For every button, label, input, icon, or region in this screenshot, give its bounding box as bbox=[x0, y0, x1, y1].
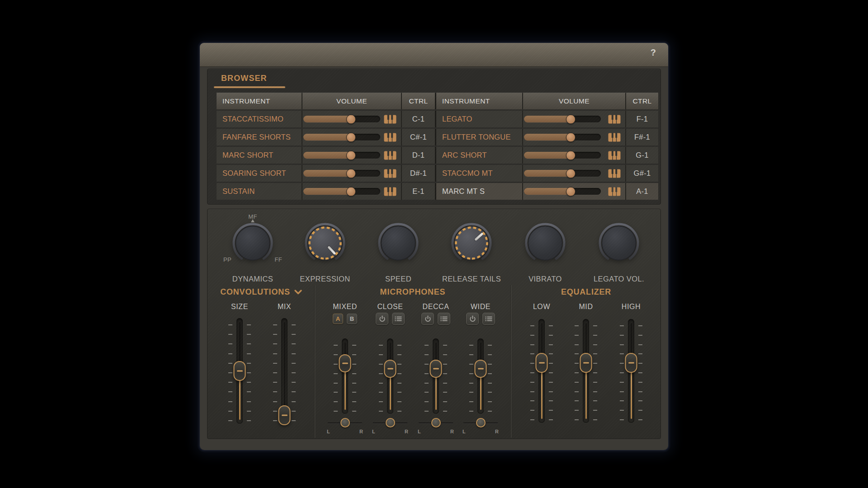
knob-legato-vol: LEGATO VOL. bbox=[583, 216, 655, 284]
col-header-instrument: INSTRUMENT bbox=[436, 93, 523, 109]
wide-buttons bbox=[458, 313, 503, 325]
power-icon[interactable] bbox=[421, 313, 434, 325]
ctrl-key: C#-1 bbox=[410, 133, 427, 141]
knob-speed: SPEED bbox=[362, 216, 434, 284]
dynamics-knob[interactable]: MF PP FF bbox=[231, 221, 274, 265]
legato-vol-knob[interactable] bbox=[597, 221, 641, 265]
pan-knob[interactable] bbox=[431, 418, 441, 427]
piano-keys-icon[interactable] bbox=[384, 187, 396, 196]
power-icon[interactable] bbox=[466, 313, 479, 325]
knob-dynamics: MF PP FF DYNAMICS bbox=[217, 216, 289, 284]
pan-right-label: R bbox=[359, 429, 363, 434]
decca-fader[interactable] bbox=[424, 338, 448, 414]
col-header-ctrl: CTRL bbox=[402, 93, 436, 109]
col-header-instrument: INSTRUMENT bbox=[217, 93, 302, 109]
expression-knob[interactable] bbox=[303, 221, 347, 265]
close-fader[interactable] bbox=[378, 338, 402, 414]
speed-knob[interactable] bbox=[377, 221, 420, 265]
volume-slider[interactable] bbox=[524, 152, 601, 159]
fader-thumb[interactable] bbox=[580, 353, 592, 373]
fader-thumb[interactable] bbox=[278, 405, 291, 425]
ctrl-key: G#-1 bbox=[634, 169, 651, 178]
high-fader[interactable] bbox=[619, 319, 643, 423]
section-divider bbox=[315, 285, 315, 438]
pan-knob[interactable] bbox=[386, 418, 395, 427]
title-bar bbox=[200, 43, 668, 67]
col-header-volume: VOLUME bbox=[302, 93, 402, 109]
mixed-fader[interactable] bbox=[333, 338, 357, 414]
instrument-name: MARC MT S bbox=[442, 187, 485, 196]
col-header-ctrl: CTRL bbox=[626, 93, 658, 109]
pan-knob[interactable] bbox=[340, 418, 350, 427]
piano-keys-icon[interactable] bbox=[608, 115, 621, 124]
list-icon[interactable] bbox=[482, 313, 495, 325]
pan-left-label: L bbox=[372, 429, 375, 434]
list-icon[interactable] bbox=[438, 313, 450, 325]
volume-slider[interactable] bbox=[524, 134, 601, 141]
section-divider bbox=[511, 285, 511, 438]
low-fader[interactable] bbox=[530, 319, 553, 423]
instrument-name: FANFARE SHORTS bbox=[222, 133, 291, 141]
volume-slider[interactable] bbox=[303, 134, 380, 141]
size-label: SIZE bbox=[231, 303, 248, 311]
fader-thumb[interactable] bbox=[430, 360, 442, 378]
volume-slider[interactable] bbox=[303, 152, 380, 159]
piano-keys-icon[interactable] bbox=[608, 187, 621, 196]
tab-browser[interactable]: BROWSER bbox=[221, 74, 267, 83]
help-icon[interactable]: ? bbox=[651, 47, 656, 58]
table-row: SUSTAIN E-1 MARC MT S A-1 bbox=[217, 183, 658, 200]
piano-keys-icon[interactable] bbox=[384, 115, 396, 124]
mic-a-button[interactable]: A bbox=[333, 314, 343, 324]
mix-label: MIX bbox=[278, 303, 291, 311]
fader-thumb[interactable] bbox=[339, 354, 351, 372]
fader-thumb[interactable] bbox=[234, 361, 246, 381]
volume-slider[interactable] bbox=[303, 170, 380, 177]
mid-fader[interactable] bbox=[574, 319, 598, 423]
performance-panel: MF PP FF DYNAMICS EXPRESSION SPEED bbox=[207, 209, 661, 439]
ctrl-key: E-1 bbox=[412, 187, 425, 196]
piano-keys-icon[interactable] bbox=[384, 151, 396, 160]
convolutions-header[interactable]: CONVOLUTIONS bbox=[208, 287, 315, 297]
instrument-name: STACCATISSIMO bbox=[222, 115, 283, 123]
high-label: HIGH bbox=[622, 303, 641, 311]
pan-knob[interactable] bbox=[476, 418, 486, 427]
volume-slider[interactable] bbox=[303, 116, 380, 122]
release-tails-knob[interactable] bbox=[450, 221, 493, 265]
wide-fader[interactable] bbox=[469, 338, 492, 414]
vibrato-knob[interactable] bbox=[524, 221, 567, 265]
volume-slider[interactable] bbox=[524, 170, 601, 177]
close-pan: L R bbox=[372, 415, 408, 435]
piano-keys-icon[interactable] bbox=[608, 169, 621, 178]
mix-fader[interactable] bbox=[273, 318, 296, 424]
piano-keys-icon[interactable] bbox=[608, 133, 621, 142]
volume-slider[interactable] bbox=[524, 188, 601, 195]
plugin-window: ? BROWSER INSTRUMENT VOLUME CTRL INSTRUM… bbox=[200, 43, 668, 450]
pan-right-label: R bbox=[450, 429, 454, 434]
piano-keys-icon[interactable] bbox=[608, 151, 621, 160]
pan-left-label: L bbox=[462, 429, 466, 434]
ctrl-key: F#-1 bbox=[634, 133, 650, 141]
browser-panel: BROWSER INSTRUMENT VOLUME CTRL INSTRUMEN… bbox=[207, 69, 661, 205]
instrument-name: LEGATO bbox=[442, 115, 472, 123]
piano-keys-icon[interactable] bbox=[384, 133, 396, 142]
ctrl-key: D-1 bbox=[412, 151, 425, 160]
fader-thumb[interactable] bbox=[475, 360, 487, 378]
list-icon[interactable] bbox=[392, 313, 405, 325]
instrument-name: STACCMO MT bbox=[442, 169, 493, 178]
table-row: STACCATISSIMO C-1 LEGATO F-1 bbox=[217, 111, 658, 127]
col-header-volume: VOLUME bbox=[523, 93, 626, 109]
close-label: CLOSE bbox=[377, 303, 403, 311]
fader-thumb[interactable] bbox=[384, 360, 396, 378]
knob-release-tails: RELEASE TAILS bbox=[435, 216, 508, 284]
volume-slider[interactable] bbox=[303, 188, 380, 195]
knob-expression: EXPRESSION bbox=[289, 216, 361, 284]
piano-keys-icon[interactable] bbox=[384, 169, 396, 178]
mic-b-button[interactable]: B bbox=[347, 314, 357, 324]
size-fader[interactable] bbox=[228, 318, 251, 424]
selected-row-cell[interactable]: MARC MT S bbox=[436, 183, 523, 200]
volume-slider[interactable] bbox=[524, 116, 601, 122]
power-icon[interactable] bbox=[376, 313, 388, 325]
fader-thumb[interactable] bbox=[536, 353, 548, 373]
fader-thumb[interactable] bbox=[625, 353, 637, 373]
mixed-pan: L R bbox=[327, 415, 363, 435]
